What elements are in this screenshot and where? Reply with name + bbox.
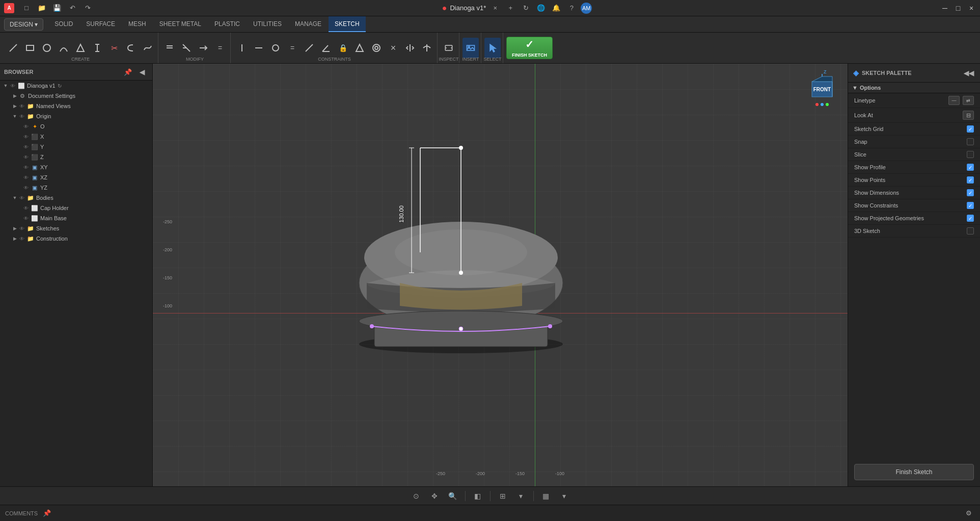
grid-dropdown-btn[interactable]: ▾: [514, 489, 528, 503]
view-options-btn[interactable]: ◧: [471, 489, 485, 503]
bell-btn[interactable]: 🔔: [550, 2, 562, 14]
break-tool-btn[interactable]: =: [212, 38, 228, 58]
show-profile-checkbox[interactable]: ✓: [967, 164, 974, 171]
browser-pin-btn[interactable]: 📌: [122, 66, 134, 78]
triangle-constraint-btn[interactable]: [351, 38, 368, 58]
horizontal-constraint-btn[interactable]: [251, 38, 267, 58]
equal-constraint-btn[interactable]: =: [284, 38, 301, 58]
new-btn[interactable]: □: [20, 2, 33, 14]
visibility-bodies[interactable]: 👁: [18, 194, 25, 201]
slice-checkbox[interactable]: [967, 151, 974, 158]
view-cube[interactable]: Z FRONT: [802, 69, 842, 110]
orbit-btn[interactable]: ⊙: [409, 489, 423, 503]
display-options-btn[interactable]: ▦: [539, 489, 553, 503]
maximize-btn[interactable]: □: [954, 4, 963, 13]
close-btn[interactable]: ×: [967, 4, 976, 13]
triangle-tool-btn[interactable]: [72, 38, 89, 58]
angle-constraint-btn[interactable]: [318, 38, 334, 58]
3d-sketch-checkbox[interactable]: [967, 227, 974, 235]
visibility-construction[interactable]: 👁: [18, 235, 25, 242]
tree-item-XY[interactable]: 👁 ▣ XY: [0, 162, 152, 172]
display-dropdown-btn[interactable]: ▾: [557, 489, 571, 503]
offset-tool-btn[interactable]: [161, 38, 178, 58]
visibility-cap-holder[interactable]: 👁: [22, 204, 30, 212]
globe-btn[interactable]: 🌐: [535, 2, 547, 14]
lock-constraint-btn[interactable]: 🔒: [335, 38, 351, 58]
minimize-btn[interactable]: ─: [940, 4, 949, 13]
zoom-btn[interactable]: 🔍: [446, 489, 460, 503]
visibility-XZ[interactable]: 👁: [22, 174, 30, 181]
refresh-btn[interactable]: ↻: [520, 2, 532, 14]
design-mode-btn[interactable]: DESIGN ▾: [4, 18, 43, 31]
comments-pin-btn[interactable]: 📌: [41, 507, 53, 519]
point-constraint-btn[interactable]: ×: [385, 38, 401, 58]
c-shape-tool-btn[interactable]: [123, 38, 139, 58]
open-btn[interactable]: 📁: [36, 2, 48, 14]
sketch-grid-checkbox[interactable]: ✓: [967, 125, 974, 133]
tree-item-X[interactable]: 👁 ⬛ X: [0, 132, 152, 142]
tab-mesh[interactable]: MESH: [122, 16, 152, 32]
tree-item-Z[interactable]: 👁 ⬛ Z: [0, 152, 152, 162]
tab-surface[interactable]: SURFACE: [80, 16, 121, 32]
tree-item-Y[interactable]: 👁 ⬛ Y: [0, 142, 152, 152]
visibility-Y[interactable]: 👁: [22, 143, 30, 150]
pan-btn[interactable]: ✥: [427, 489, 442, 503]
circle-constraint-btn[interactable]: [267, 38, 284, 58]
visibility-origin[interactable]: 👁: [18, 113, 25, 120]
visibility-main-base[interactable]: 👁: [22, 215, 30, 222]
extend-tool-btn[interactable]: [195, 38, 211, 58]
add-tab-btn[interactable]: +: [504, 2, 516, 14]
insert-image-btn[interactable]: [462, 38, 479, 58]
curvature-constraint-btn[interactable]: [419, 38, 435, 58]
visibility-named-views[interactable]: 👁: [18, 102, 25, 110]
diagonal-constraint-btn[interactable]: [301, 38, 317, 58]
tree-item-origin[interactable]: ▼ 👁 📁 Origin: [0, 111, 152, 121]
tab-manage[interactable]: MANAGE: [289, 16, 328, 32]
tree-item-main-base[interactable]: 👁 ⬜ Main Base: [0, 213, 152, 223]
visibility-Z[interactable]: 👁: [22, 153, 30, 161]
vertical-constraint-btn[interactable]: [234, 38, 250, 58]
arc-tool-btn[interactable]: [56, 38, 72, 58]
show-projected-checkbox[interactable]: ✓: [967, 215, 974, 222]
visibility-icon[interactable]: 👁: [9, 82, 16, 89]
refresh-icon[interactable]: ↻: [58, 83, 62, 89]
measure-btn[interactable]: [441, 38, 457, 58]
scissors-tool-btn[interactable]: ✂: [106, 38, 122, 58]
tree-item-bodies[interactable]: ▼ 👁 📁 Bodies: [0, 193, 152, 203]
tab-sheet-metal[interactable]: SHEET METAL: [153, 16, 207, 32]
show-points-checkbox[interactable]: ✓: [967, 176, 974, 184]
save-btn[interactable]: 💾: [51, 2, 63, 14]
tree-item-YZ[interactable]: 👁 ▣ YZ: [0, 183, 152, 193]
circle-tool-btn[interactable]: [39, 38, 55, 58]
visibility-X[interactable]: 👁: [22, 133, 30, 140]
finish-sketch-toolbar-btn[interactable]: ✓ FINISH SKETCH: [506, 37, 553, 59]
tab-sketch[interactable]: SKETCH: [329, 16, 366, 32]
visibility-O[interactable]: 👁: [22, 123, 30, 130]
look-at-btn[interactable]: ⊟: [963, 111, 974, 120]
tree-item-O[interactable]: 👁 ✦ O: [0, 121, 152, 132]
tree-item-cap-holder[interactable]: 👁 ⬜ Cap Holder: [0, 203, 152, 213]
tab-plastic[interactable]: PLASTIC: [208, 16, 246, 32]
concentric-constraint-btn[interactable]: [368, 38, 385, 58]
options-section-header[interactable]: ▼ Options: [848, 83, 980, 93]
show-dimensions-checkbox[interactable]: ✓: [967, 189, 974, 196]
show-constraints-checkbox[interactable]: ✓: [967, 202, 974, 209]
snap-checkbox[interactable]: [967, 138, 974, 145]
tab-solid[interactable]: SOLID: [48, 16, 79, 32]
symmetry-constraint-btn[interactable]: [402, 38, 418, 58]
line-tool-btn[interactable]: [5, 38, 21, 58]
tree-item-named-views[interactable]: ▶ 👁 📁 Named Views: [0, 101, 152, 111]
spline-tool-btn[interactable]: [140, 38, 156, 58]
visibility-YZ[interactable]: 👁: [22, 184, 30, 191]
tree-item-document[interactable]: ▼ 👁 ⬜ Dianoga v1 ↻: [0, 81, 152, 91]
tree-item-construction[interactable]: ▶ 👁 📁 Construction: [0, 233, 152, 244]
settings-icon-bottom[interactable]: ⚙: [963, 507, 975, 519]
tree-item-XZ[interactable]: 👁 ▣ XZ: [0, 172, 152, 183]
tree-item-doc-settings[interactable]: ▶ ⚙ Document Settings: [0, 91, 152, 101]
rectangle-tool-btn[interactable]: [22, 38, 38, 58]
palette-expand-btn[interactable]: ◀◀: [963, 67, 975, 79]
redo-btn[interactable]: ↷: [81, 2, 94, 14]
palette-finish-sketch-btn[interactable]: Finish Sketch: [854, 464, 974, 480]
browser-collapse-btn[interactable]: ◀: [136, 66, 148, 78]
canvas-area[interactable]: -250 -200 -150 -100 -250 -200 -150 -100: [153, 64, 848, 486]
